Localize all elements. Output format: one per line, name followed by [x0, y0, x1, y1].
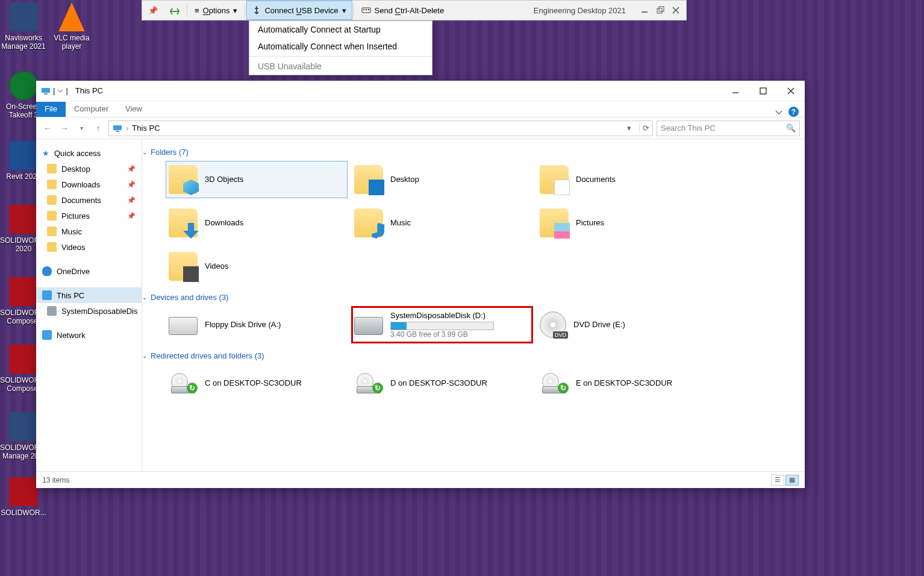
ribbon-expand-icon[interactable]	[775, 108, 782, 116]
file-explorer-window: | | This PC File Computer View ? ← → ▾ ↑…	[36, 81, 805, 488]
vm-title: Engineering Desktop 2021	[534, 6, 634, 15]
folder-desktop[interactable]: Desktop	[352, 161, 532, 198]
menu-usb-unavailable: USB Unavailable	[249, 58, 432, 75]
folder-music[interactable]: Music	[352, 205, 532, 241]
vmware-toolbar: 📌 ≡ Options ▾ Connect USB Device ▾ Send …	[142, 0, 687, 20]
desktop-icon-vlc[interactable]: VLC mediaplayer	[48, 2, 95, 51]
send-cad-button[interactable]: Send Ctrl-Alt-Delete	[355, 1, 451, 20]
drive-dvd[interactable]: DVD Drive (E:)	[537, 307, 718, 343]
svg-rect-2	[366, 9, 367, 10]
svg-rect-6	[659, 7, 664, 11]
desktop-icon-navisworks[interactable]: NavisworksManage 2021	[0, 2, 47, 51]
svg-rect-16	[116, 131, 119, 132]
connect-usb-button[interactable]: Connect USB Device ▾	[246, 1, 352, 20]
thispc-icon	[41, 86, 51, 96]
address-dropdown-icon[interactable]: ▾	[622, 124, 635, 133]
menu-auto-startup[interactable]: Automatically Connect at Startup	[249, 21, 432, 38]
folder-pictures[interactable]: Pictures	[537, 205, 718, 241]
pin-icon: 📌	[127, 196, 136, 204]
ribbon: File Computer View ?	[36, 101, 805, 117]
svg-rect-5	[657, 8, 662, 13]
tab-file[interactable]: File	[36, 102, 66, 117]
tab-view[interactable]: View	[117, 102, 151, 117]
nav-bar: ← → ▾ ↑ › This PC ▾ ⟳ Search This PC 🔍	[36, 117, 805, 139]
sidebar-sysdisk[interactable]: SystemDisposableDis	[36, 303, 142, 319]
forward-button[interactable]: →	[58, 124, 71, 133]
usb-icon	[252, 5, 261, 15]
sidebar-thispc[interactable]: This PC	[36, 287, 142, 303]
sidebar-quick-access[interactable]: ★Quick access	[36, 145, 142, 161]
pin-icon[interactable]: 📌	[142, 1, 164, 20]
help-icon[interactable]: ?	[788, 107, 799, 117]
status-bar: 13 items ☰ ▦	[36, 471, 805, 488]
sidebar-videos[interactable]: Videos	[36, 239, 142, 255]
menu-auto-inserted[interactable]: Automatically Connect when Inserted	[249, 38, 432, 55]
sidebar-network[interactable]: Network	[36, 327, 142, 343]
content-area: ⌄Folders (7) 3D Objects Desktop Document…	[142, 139, 805, 471]
breadcrumb[interactable]: This PC	[132, 124, 160, 133]
svg-rect-3	[368, 9, 369, 10]
sidebar-desktop[interactable]: Desktop📌	[36, 161, 142, 177]
redirected-d[interactable]: ↻D on DESKTOP-SC3ODUR	[352, 365, 532, 401]
pin-icon: 📌	[127, 165, 136, 173]
refresh-icon[interactable]: ⟳	[639, 124, 652, 133]
group-header-redirected[interactable]: ⌄Redirected drives and folders (3)	[142, 351, 796, 360]
tab-computer[interactable]: Computer	[66, 102, 117, 117]
drive-systemdisposable[interactable]: SystemDisposableDisk (D:) 3.40 GB free o…	[352, 307, 532, 343]
back-button[interactable]: ←	[41, 124, 54, 133]
svg-rect-1	[363, 9, 364, 10]
svg-rect-10	[44, 93, 48, 95]
thispc-icon	[113, 124, 122, 133]
recent-button[interactable]: ▾	[75, 125, 88, 131]
storage-bar	[390, 322, 494, 330]
pin-icon: 📌	[127, 181, 136, 189]
redirected-e[interactable]: ↻E on DESKTOP-SC3ODUR	[537, 365, 718, 401]
vm-close-icon[interactable]	[672, 6, 680, 14]
group-header-folders[interactable]: ⌄Folders (7)	[142, 148, 796, 157]
view-tiles-button[interactable]: ▦	[785, 475, 799, 486]
sidebar: ★Quick access Desktop📌 Downloads📌 Docume…	[36, 139, 142, 471]
folder-videos[interactable]: Videos	[166, 248, 347, 284]
sidebar-documents[interactable]: Documents📌	[36, 192, 142, 208]
svg-rect-12	[760, 88, 766, 94]
sidebar-pictures[interactable]: Pictures📌	[36, 208, 142, 224]
folder-downloads[interactable]: Downloads	[166, 205, 347, 241]
minimize-button[interactable]	[722, 81, 749, 101]
view-details-button[interactable]: ☰	[771, 475, 784, 486]
cad-icon	[361, 6, 371, 14]
search-icon: 🔍	[786, 124, 796, 133]
sidebar-downloads[interactable]: Downloads📌	[36, 177, 142, 192]
svg-rect-15	[113, 125, 122, 130]
svg-rect-9	[42, 88, 50, 93]
titlebar[interactable]: | | This PC	[36, 81, 805, 101]
folder-3dobjects[interactable]: 3D Objects	[166, 161, 347, 198]
folder-documents[interactable]: Documents	[537, 161, 718, 198]
drive-floppy[interactable]: Floppy Disk Drive (A:)	[166, 307, 347, 343]
window-title: This PC	[75, 86, 103, 95]
status-text: 13 items	[42, 476, 69, 484]
sync-icon[interactable]	[164, 1, 186, 20]
up-button[interactable]: ↑	[92, 124, 105, 133]
options-button[interactable]: ≡ Options ▾	[189, 1, 243, 20]
vm-restore-icon[interactable]	[656, 6, 664, 14]
address-bar[interactable]: › This PC ▾ ⟳	[108, 121, 653, 136]
group-header-devices[interactable]: ⌄Devices and drives (3)	[142, 293, 796, 302]
pin-icon: 📌	[127, 212, 136, 220]
maximize-button[interactable]	[749, 81, 777, 101]
vm-minimize-icon[interactable]	[640, 6, 649, 14]
search-input[interactable]: Search This PC 🔍	[657, 121, 800, 136]
close-button[interactable]	[777, 81, 805, 101]
sidebar-onedrive[interactable]: OneDrive	[36, 263, 142, 279]
redirected-c[interactable]: ↻C on DESKTOP-SC3ODUR	[166, 365, 347, 401]
sidebar-music[interactable]: Music	[36, 224, 142, 239]
usb-dropdown-menu: Automatically Connect at Startup Automat…	[249, 20, 432, 75]
qa-dropdown-icon[interactable]	[57, 88, 63, 94]
